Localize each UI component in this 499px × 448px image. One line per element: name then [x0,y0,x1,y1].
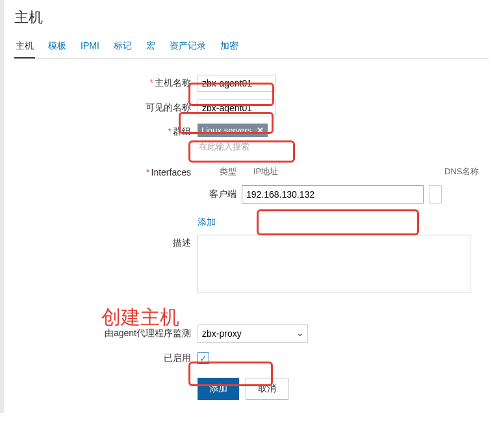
group-tag-label: Linux servers [201,125,251,135]
iface-col-type: 类型 [198,166,237,178]
submit-button[interactable]: 添加 [198,378,239,400]
interfaces-label: *Interfaces [14,166,198,178]
close-icon[interactable]: ✕ [257,125,264,135]
visible-name-input[interactable] [198,99,275,116]
interfaces-header: 类型 IP地址 DNS名称 [198,166,479,178]
interface-type: 客户端 [198,189,237,200]
group-tag[interactable]: Linux servers ✕ [198,124,268,137]
tab-encryption[interactable]: 加密 [219,36,240,58]
page-container: 主机 主机 模板 IPMI 标记 宏 资产记录 加密 *主机名称 可见的名称 [0,0,499,413]
proxy-select[interactable]: zbx-proxy [198,324,308,343]
ip-input[interactable] [242,185,424,204]
tab-inventory[interactable]: 资产记录 [168,36,207,58]
host-form: *主机名称 可见的名称 *群组 Linux servers ✕ [14,59,489,400]
description-textarea[interactable] [198,235,470,293]
description-label: 描述 [14,235,198,249]
add-interface-link[interactable]: 添加 [198,217,216,228]
tabs: 主机 模板 IPMI 标记 宏 资产记录 加密 [14,36,489,59]
proxy-label: 由agent代理程序监测 [14,328,198,339]
tab-tags[interactable]: 标记 [112,36,133,58]
tab-host[interactable]: 主机 [14,36,35,59]
tab-ipmi[interactable]: IPMI [79,36,101,58]
visible-name-label: 可见的名称 [14,102,198,114]
iface-col-ip: IP地址 [250,166,431,178]
tab-macros[interactable]: 宏 [145,36,157,58]
hostname-label: *主机名称 [14,77,198,89]
group-search-placeholder[interactable]: 在此输入搜索 [198,138,251,155]
page-title: 主机 [14,8,489,27]
interface-row: 客户端 [198,185,442,204]
tab-template[interactable]: 模板 [47,36,68,58]
enabled-label: 已启用 [14,352,198,364]
groups-label: *群组 [14,124,198,138]
iface-col-dns: DNS名称 [444,166,479,178]
actions-row: 添加 取消 [198,378,489,400]
hostname-input[interactable] [198,75,275,92]
enabled-checkbox[interactable]: ✓ [198,352,209,364]
dns-input[interactable] [429,185,442,204]
cancel-button[interactable]: 取消 [246,378,288,400]
